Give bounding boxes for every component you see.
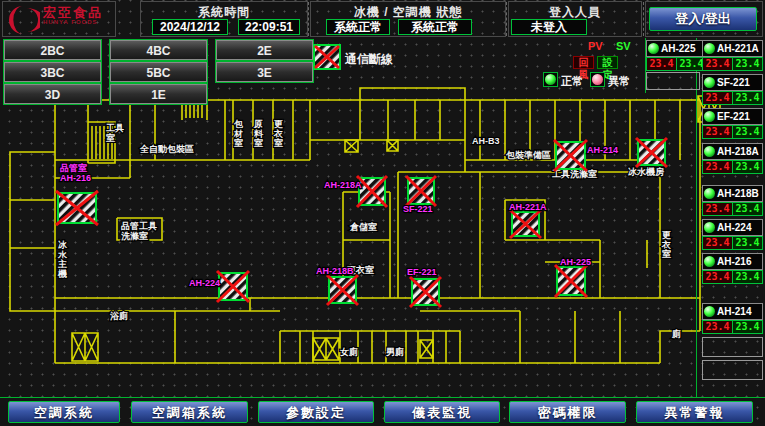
room-label: 原料室 xyxy=(253,119,264,148)
unit-button-ah-218b[interactable]: AH-218B xyxy=(702,185,763,202)
disconnected-unit-ah-225[interactable]: AH-225 xyxy=(555,257,591,297)
empty-slot xyxy=(646,72,700,90)
stair-x-box xyxy=(345,140,358,152)
unit-button-ef-221[interactable]: EF-221 xyxy=(702,108,763,125)
unit-led xyxy=(648,43,659,54)
unit-values-ah-224: 23.423.4 xyxy=(702,236,763,250)
svg-text:包裝準備區: 包裝準備區 xyxy=(505,150,551,160)
unit-name: AH-224 xyxy=(717,222,751,233)
nav-button-5[interactable]: 密碼權限 xyxy=(509,401,626,423)
disconnected-unit[interactable] xyxy=(636,138,667,167)
header-separator xyxy=(506,2,507,36)
room-label: 更衣室 xyxy=(273,119,283,148)
normal-label: 正常 xyxy=(561,74,583,89)
svg-text:全自動包裝區: 全自動包裝區 xyxy=(139,144,194,154)
svg-text:室: 室 xyxy=(254,138,263,148)
abnormal-led xyxy=(590,72,605,87)
login-state-field: 未登入 xyxy=(511,19,587,35)
floor-button-3bc[interactable]: 3BC xyxy=(4,62,101,82)
logo-icon xyxy=(6,4,40,36)
disconnected-unit-ah-218b[interactable]: AH-218B xyxy=(316,266,358,305)
room-label: 冰水機房 xyxy=(628,167,665,177)
unit-values-ah-225: 23.423.4 xyxy=(646,57,707,71)
svg-text:AH-221A: AH-221A xyxy=(509,202,547,212)
unit-button-ah-225[interactable]: AH-225 xyxy=(646,40,707,57)
stair-x-box xyxy=(72,333,98,361)
unit-values-ah-221a: 23.423.4 xyxy=(702,57,763,71)
disconnected-unit-ef-221[interactable]: EF-221 xyxy=(407,267,441,307)
svg-text:AH-218B: AH-218B xyxy=(316,266,354,276)
floor-button-1e[interactable]: 1E xyxy=(110,84,207,104)
unit-button-ah-224[interactable]: AH-224 xyxy=(702,219,763,236)
svg-text:品管室: 品管室 xyxy=(60,163,87,173)
unit-values-ah-218b: 23.423.4 xyxy=(702,202,763,216)
svg-text:廁: 廁 xyxy=(671,329,681,339)
floor-button-4bc[interactable]: 4BC xyxy=(110,40,207,60)
nav-button-4[interactable]: 儀表監視 xyxy=(384,401,500,423)
sidebar-divider xyxy=(696,38,697,397)
time-field: 22:09:51 xyxy=(238,19,300,35)
room-label: 品管工具洗滌室 xyxy=(121,221,157,241)
nav-button-2[interactable]: 空調箱系統 xyxy=(131,401,248,423)
unit-name: AH-221A xyxy=(717,43,759,54)
comm-fail-icon xyxy=(313,44,341,70)
unit-button-ah-216[interactable]: AH-216 xyxy=(702,253,763,270)
disconnected-unit-ah-216[interactable]: 品管室AH-216 xyxy=(56,163,98,225)
unit-button-ah-221a[interactable]: AH-221A xyxy=(702,40,763,57)
sv-value: 23.4 xyxy=(733,321,762,333)
nav-button-1[interactable]: 空調系統 xyxy=(8,401,120,423)
pv-value: 23.4 xyxy=(703,321,733,333)
sv-label: SV xyxy=(616,40,631,52)
svg-text:更: 更 xyxy=(662,230,671,240)
svg-text:工具洗滌室: 工具洗滌室 xyxy=(552,169,597,179)
disconnected-unit-ah-221a[interactable]: AH-221A xyxy=(509,202,547,238)
unit-name: AH-218B xyxy=(717,188,759,199)
floor-button-3d[interactable]: 3D xyxy=(4,84,101,104)
room-label: 女廁 xyxy=(339,347,358,357)
svg-text:冰: 冰 xyxy=(58,240,68,250)
floor-button-2e[interactable]: 2E xyxy=(216,40,313,60)
svg-text:AH-225: AH-225 xyxy=(560,257,591,267)
svg-text:浴廁: 浴廁 xyxy=(109,311,128,321)
unit-led xyxy=(704,43,715,54)
svg-text:SF-221: SF-221 xyxy=(403,204,433,214)
svg-text:洗滌室: 洗滌室 xyxy=(121,231,148,241)
floor-button-5bc[interactable]: 5BC xyxy=(110,62,207,82)
room-label: 包裝準備區 xyxy=(505,150,551,160)
disconnected-unit-sf-221[interactable]: SF-221 xyxy=(403,176,436,214)
svg-text:AH-218A: AH-218A xyxy=(324,180,362,190)
floor-button-2bc[interactable]: 2BC xyxy=(4,40,101,60)
empty-slot xyxy=(702,360,763,380)
login-logout-button[interactable]: 登入/登出 xyxy=(649,7,757,31)
svg-text:倉儲室: 倉儲室 xyxy=(349,222,377,232)
sv-value: 23.4 xyxy=(733,237,762,249)
unit-values-ah-214: 23.423.4 xyxy=(702,320,763,334)
sv-name-chip: 設定 xyxy=(597,56,618,69)
room-label: 更衣室 xyxy=(661,230,671,259)
svg-text:男廁: 男廁 xyxy=(385,347,404,357)
unit-led xyxy=(704,188,715,199)
stair-x-box xyxy=(387,140,398,151)
svg-text:AH-B3: AH-B3 xyxy=(472,136,500,146)
unit-led xyxy=(704,111,715,122)
svg-text:原: 原 xyxy=(253,119,263,129)
sv-value: 23.4 xyxy=(733,58,762,70)
pv-value: 23.4 xyxy=(703,92,733,104)
logo-cn: 宏亞食品 xyxy=(43,6,103,19)
svg-text:AH-224: AH-224 xyxy=(189,278,220,288)
unit-led xyxy=(704,306,715,317)
pv-value: 23.4 xyxy=(647,58,677,70)
unit-button-ah-214[interactable]: AH-214 xyxy=(702,303,763,320)
svg-text:室: 室 xyxy=(234,138,243,148)
header-separator xyxy=(643,2,644,36)
room-label: 浴廁 xyxy=(109,311,128,321)
floor-button-3e[interactable]: 3E xyxy=(216,62,313,82)
disconnected-unit-ah-214[interactable]: AH-214 xyxy=(554,140,618,171)
unit-button-sf-221[interactable]: SF-221 xyxy=(702,74,763,91)
nav-button-6[interactable]: 異常警報 xyxy=(636,401,753,423)
nav-button-3[interactable]: 參數設定 xyxy=(258,401,374,423)
unit-button-ah-218a[interactable]: AH-218A xyxy=(702,143,763,160)
sv-value: 23.4 xyxy=(733,161,762,173)
sv-value: 23.4 xyxy=(733,271,762,283)
svg-text:料: 料 xyxy=(253,129,264,139)
